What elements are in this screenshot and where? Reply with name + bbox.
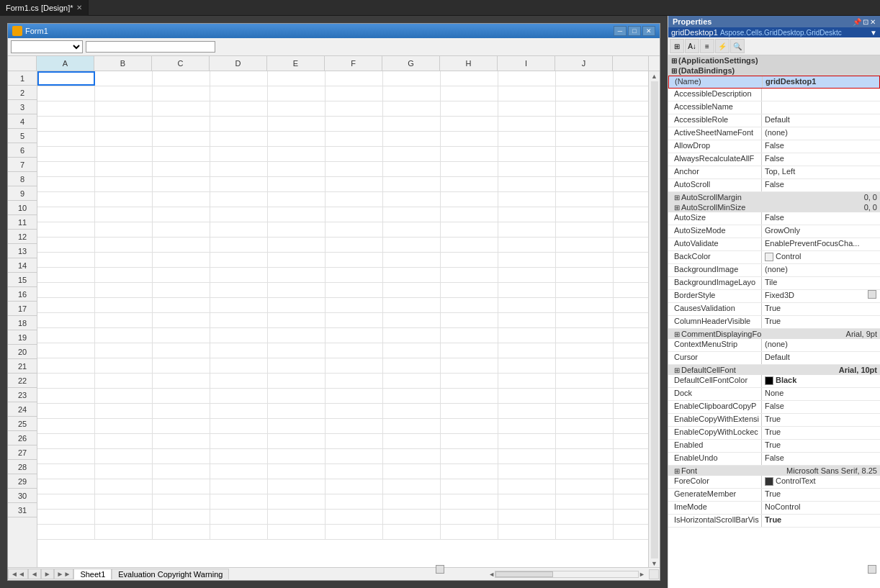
cell-G10[interactable]	[383, 207, 441, 222]
cell-C28[interactable]	[153, 479, 210, 494]
cell-G22[interactable]	[383, 389, 441, 403]
cell-C25[interactable]	[153, 434, 210, 448]
cell-J2[interactable]	[556, 86, 614, 101]
cell-A1[interactable]	[37, 71, 95, 86]
cell-B18[interactable]	[95, 328, 153, 343]
cell-H30[interactable]	[441, 510, 498, 524]
cell-G28[interactable]	[383, 479, 441, 494]
cell-H26[interactable]	[441, 449, 498, 463]
cell-A25[interactable]	[37, 434, 95, 448]
cell-I1[interactable]	[498, 71, 556, 86]
cell-H6[interactable]	[441, 147, 498, 161]
cell-E7[interactable]	[268, 162, 325, 176]
cell-F3[interactable]	[325, 101, 383, 116]
cell-A26[interactable]	[37, 449, 95, 463]
cell-E25[interactable]	[268, 434, 325, 448]
cell-I27[interactable]	[498, 464, 556, 479]
cell-D7[interactable]	[210, 162, 268, 176]
cell-F28[interactable]	[325, 479, 383, 494]
cell-D5[interactable]	[210, 132, 268, 146]
cell-B12[interactable]	[95, 238, 153, 252]
cell-A31[interactable]	[37, 525, 95, 539]
cell-E30[interactable]	[268, 510, 325, 524]
props-row-always-recalc[interactable]: AlwaysRecalculateAllF False	[668, 153, 880, 166]
hscroll-right-btn[interactable]: ►	[639, 571, 645, 578]
cell-H22[interactable]	[441, 389, 498, 403]
cell-C26[interactable]	[153, 449, 210, 463]
cell-D16[interactable]	[210, 298, 268, 312]
cell-A8[interactable]	[37, 177, 95, 191]
cell-F6[interactable]	[325, 147, 383, 161]
cell-H5[interactable]	[441, 132, 498, 146]
cell-H4[interactable]	[441, 117, 498, 131]
props-row-bgimage[interactable]: BackgroundImage (none)	[668, 264, 880, 277]
cell-I13[interactable]	[498, 253, 556, 267]
cell-D15[interactable]	[210, 283, 268, 297]
cell-E10[interactable]	[268, 207, 325, 222]
cell-D11[interactable]	[210, 222, 268, 237]
cell-G27[interactable]	[383, 464, 441, 479]
cell-C30[interactable]	[153, 510, 210, 524]
cell-J5[interactable]	[556, 132, 614, 146]
cell-G29[interactable]	[383, 494, 441, 509]
cell-I23[interactable]	[498, 404, 556, 418]
cell-G26[interactable]	[383, 449, 441, 463]
cell-C19[interactable]	[153, 343, 210, 358]
cell-B14[interactable]	[95, 268, 153, 282]
cell-E28[interactable]	[268, 479, 325, 494]
cell-D23[interactable]	[210, 404, 268, 418]
cell-D2[interactable]	[210, 86, 268, 101]
cell-H19[interactable]	[441, 343, 498, 358]
cell-J18[interactable]	[556, 328, 614, 343]
cell-D28[interactable]	[210, 479, 268, 494]
cell-G14[interactable]	[383, 268, 441, 282]
cell-F31[interactable]	[325, 525, 383, 539]
cell-F4[interactable]	[325, 117, 383, 131]
cell-C16[interactable]	[153, 298, 210, 312]
close-button[interactable]: ✕	[642, 26, 655, 36]
cell-I15[interactable]	[498, 283, 556, 297]
section-application-settings[interactable]: ⊞ (ApplicationSettings)	[668, 55, 880, 65]
props-row-autosizemode[interactable]: AutoSizeMode GrowOnly	[668, 225, 880, 238]
search-props-btn[interactable]: 🔍	[730, 39, 745, 53]
props-row-cursor[interactable]: Cursor Default	[668, 352, 880, 365]
cell-E4[interactable]	[268, 117, 325, 131]
section-autoscrollminsize[interactable]: ⊞ AutoScrollMinSize 0, 0	[668, 202, 880, 212]
cell-J12[interactable]	[556, 238, 614, 252]
cell-C15[interactable]	[153, 283, 210, 297]
cell-B24[interactable]	[95, 419, 153, 433]
cell-F17[interactable]	[325, 313, 383, 327]
cell-F30[interactable]	[325, 510, 383, 524]
section-data-bindings[interactable]: ⊞ (DataBindings)	[668, 65, 880, 76]
cell-A28[interactable]	[37, 479, 95, 494]
cell-I2[interactable]	[498, 86, 556, 101]
cell-D27[interactable]	[210, 464, 268, 479]
cell-J6[interactable]	[556, 147, 614, 161]
cell-C9[interactable]	[153, 192, 210, 207]
cell-E23[interactable]	[268, 404, 325, 418]
cell-G24[interactable]	[383, 419, 441, 433]
scroll-up-btn[interactable]: ▲	[651, 73, 657, 80]
props-row-generatemember[interactable]: GenerateMember True	[668, 489, 880, 502]
cell-D3[interactable]	[210, 101, 268, 116]
cell-B16[interactable]	[95, 298, 153, 312]
cell-H12[interactable]	[441, 238, 498, 252]
cell-H3[interactable]	[441, 101, 498, 116]
cell-C1[interactable]	[153, 71, 210, 86]
cell-A22[interactable]	[37, 389, 95, 403]
cell-C3[interactable]	[153, 101, 210, 116]
cell-H29[interactable]	[441, 494, 498, 509]
cell-E6[interactable]	[268, 147, 325, 161]
cell-H16[interactable]	[441, 298, 498, 312]
resize-grip[interactable]	[649, 569, 659, 579]
cell-G12[interactable]	[383, 238, 441, 252]
cell-A20[interactable]	[37, 358, 95, 373]
cell-A24[interactable]	[37, 419, 95, 433]
cell-H9[interactable]	[441, 192, 498, 207]
cell-C14[interactable]	[153, 268, 210, 282]
cell-B3[interactable]	[95, 101, 153, 116]
cell-D17[interactable]	[210, 313, 268, 327]
cell-F19[interactable]	[325, 343, 383, 358]
cell-B23[interactable]	[95, 404, 153, 418]
cell-I22[interactable]	[498, 389, 556, 403]
